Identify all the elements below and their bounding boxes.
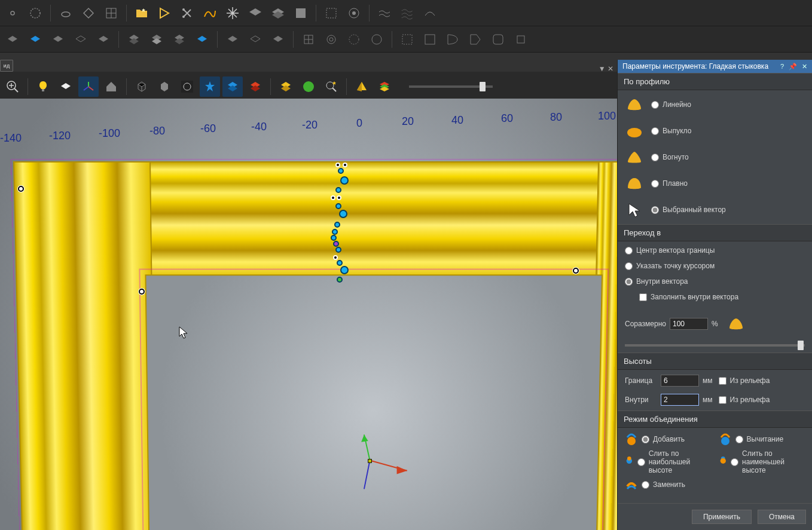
tool-btn-diamond[interactable]	[78, 3, 99, 23]
blob-linear-icon	[625, 95, 644, 114]
radio-concave[interactable]: Вогнуто	[651, 153, 689, 161]
pyramid-icon[interactable]	[352, 76, 372, 97]
radio-add[interactable]: Добавить	[642, 435, 685, 443]
zoom-in-icon[interactable]	[2, 76, 23, 97]
radio-smooth[interactable]: Плавно	[651, 179, 688, 188]
view-slider[interactable]	[409, 85, 493, 88]
svg-point-11	[327, 35, 335, 44]
tool-btn-layer-b[interactable]	[268, 3, 288, 23]
help-icon[interactable]: ?	[780, 63, 784, 71]
radio-cursor-point[interactable]: Указать точку курсором	[625, 262, 805, 270]
check-fill-inside[interactable]: Заполнить внутри вектора	[639, 293, 805, 301]
green-circle-icon[interactable]	[298, 76, 319, 97]
select-circle-icon[interactable]	[177, 76, 197, 97]
layer-btn-4[interactable]	[71, 29, 91, 50]
check-inner-relief[interactable]: Из рельефа	[719, 396, 770, 404]
edit-spline[interactable]	[332, 164, 356, 290]
panel-title-bar[interactable]: Параметры инструмента: Гладкая стыковка …	[618, 60, 812, 73]
marquee-btn-6[interactable]	[511, 29, 531, 50]
radio-replace[interactable]: Заменить	[642, 480, 685, 489]
search-star-icon[interactable]	[321, 76, 341, 97]
layer-btn-6[interactable]	[124, 29, 144, 50]
svg-rect-6	[296, 8, 306, 18]
scale-input[interactable]	[670, 318, 708, 330]
panel-dropdown-chevrons[interactable]: ▼ ✕	[599, 65, 613, 73]
tool-btn-circle[interactable]	[25, 3, 45, 23]
radio-linear[interactable]: Линейно	[651, 100, 691, 109]
radio-inside-vector[interactable]: Внутри вектора	[625, 277, 805, 286]
box-wire-icon[interactable]	[132, 76, 152, 97]
layer-btn-8[interactable]	[169, 29, 190, 50]
tool-btn-play[interactable]	[154, 3, 175, 23]
tool-btn-wave[interactable]	[200, 3, 220, 23]
tool-btn-layer-a[interactable]	[245, 3, 265, 23]
tool-btn-scissors[interactable]	[177, 3, 197, 23]
tool-btn-burst[interactable]	[222, 3, 243, 23]
tool-btn-target[interactable]	[344, 3, 364, 23]
marquee-btn-2[interactable]	[420, 29, 440, 50]
axis-gizmo-icon[interactable]	[78, 76, 99, 97]
viewport-3d[interactable]: -140 -120 -100 -80 -60 -40 -20 0 20 40 6…	[0, 99, 617, 530]
layer-red-icon[interactable]	[245, 76, 265, 97]
home-icon[interactable]	[101, 76, 121, 97]
layer-yellow-icon[interactable]	[276, 76, 296, 97]
node-inner-right[interactable]	[573, 268, 579, 274]
radio-convex[interactable]: Выпукло	[651, 127, 691, 135]
border-input[interactable]	[661, 375, 699, 387]
marquee-btn-1[interactable]	[397, 29, 417, 50]
tool-btn-waves-a[interactable]	[374, 3, 395, 23]
svg-point-26	[627, 128, 642, 137]
radio-center[interactable]: Центр вектора границы	[625, 246, 805, 255]
layer-btn-10[interactable]	[222, 29, 243, 50]
node-top-left[interactable]	[18, 186, 24, 192]
svg-rect-16	[425, 35, 435, 44]
layer-btn-7[interactable]	[146, 29, 167, 50]
region-btn-1[interactable]	[298, 29, 319, 50]
region-btn-3[interactable]	[344, 29, 364, 50]
radio-merge-high[interactable]: Слить по наибольшей высоте	[637, 449, 712, 474]
marquee-btn-3[interactable]	[442, 29, 463, 50]
tool-btn-folder-star[interactable]	[132, 3, 152, 23]
tool-btn-oval[interactable]	[56, 3, 76, 23]
svg-point-1	[30, 8, 40, 18]
lightbulb-icon[interactable]	[33, 76, 53, 97]
layer-blue-icon[interactable]	[222, 76, 243, 97]
pin-icon[interactable]: 📌	[789, 63, 797, 71]
tool-btn-waves-b[interactable]	[397, 3, 417, 23]
tool-btn-point[interactable]	[2, 3, 23, 23]
tool-panel: Параметры инструмента: Гладкая стыковка …	[617, 60, 812, 530]
close-icon[interactable]: ✕	[802, 63, 807, 71]
layer-btn-3[interactable]	[48, 29, 68, 50]
colored-layers-icon[interactable]	[374, 76, 395, 97]
radio-merge-low[interactable]: Слить по наименьшей высоте	[731, 449, 805, 474]
check-border-relief[interactable]: Из рельефа	[719, 376, 770, 385]
cancel-button[interactable]: Отмена	[758, 510, 806, 524]
border-label: Граница	[625, 376, 657, 385]
tool-btn-grid[interactable]	[101, 3, 121, 23]
inner-input[interactable]	[661, 394, 699, 406]
box-solid-icon[interactable]	[154, 76, 175, 97]
layer-btn-5[interactable]	[93, 29, 114, 50]
region-btn-4[interactable]	[367, 29, 387, 50]
layer-btn-2[interactable]	[25, 29, 45, 50]
layer-btn-12[interactable]	[268, 29, 288, 50]
layer-btn-1[interactable]	[2, 29, 23, 50]
tool-btn-waves-c[interactable]	[420, 3, 440, 23]
node-inner-left[interactable]	[139, 289, 145, 295]
toolbar-row-3	[0, 72, 617, 102]
layer-btn-11[interactable]	[245, 29, 265, 50]
tool-btn-layer-c[interactable]	[291, 3, 311, 23]
radio-selected-vector[interactable]: Выбранный вектор	[651, 206, 726, 214]
radio-subtract[interactable]: Вычитание	[735, 435, 784, 443]
marquee-btn-5[interactable]	[488, 29, 508, 50]
scale-slider[interactable]	[625, 344, 805, 347]
tab-badge[interactable]: ид	[0, 60, 13, 72]
toolbar-row-2	[0, 26, 812, 53]
marquee-btn-4[interactable]	[465, 29, 486, 50]
layer-btn-9-blue[interactable]	[192, 29, 212, 50]
tool-btn-select[interactable]	[321, 3, 341, 23]
white-plane-icon[interactable]	[56, 76, 76, 97]
region-btn-2[interactable]	[321, 29, 341, 50]
star-blue-icon[interactable]	[200, 76, 220, 97]
apply-button[interactable]: Применить	[692, 510, 752, 524]
